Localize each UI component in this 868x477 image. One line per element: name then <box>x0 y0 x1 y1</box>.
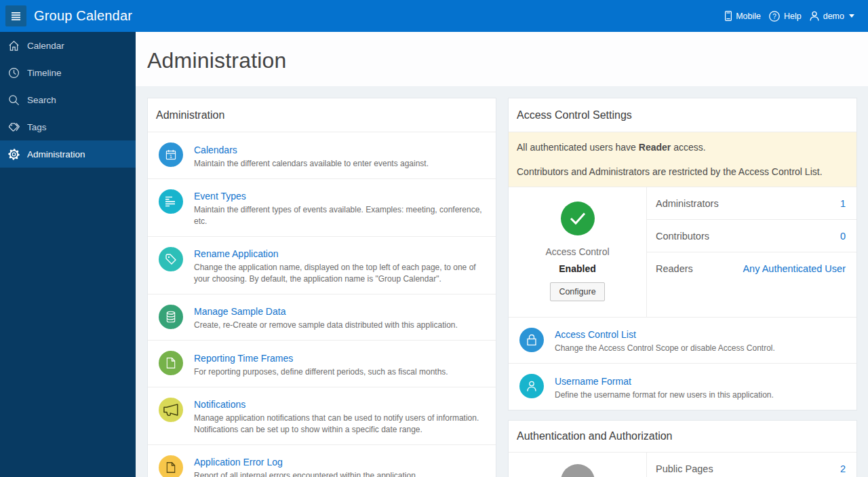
svg-text:?: ? <box>772 12 776 20</box>
svg-text:1: 1 <box>170 153 172 159</box>
